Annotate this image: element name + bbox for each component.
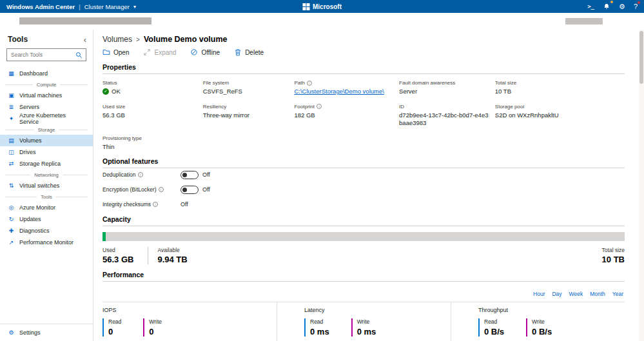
info-icon[interactable]: i — [159, 187, 164, 192]
app-title[interactable]: Windows Admin Center — [6, 3, 75, 10]
integrity-checksums-state: Off — [181, 201, 188, 208]
capacity-section: Capacity Used 56.3 GB Available 9.94 TB … — [102, 215, 625, 264]
sidebar-item-label: Azure Monitor — [19, 204, 55, 211]
capacity-used-bar — [102, 232, 106, 241]
encryption-row: Encryption (BitLocker)i Off — [102, 186, 625, 194]
info-icon[interactable]: i — [307, 81, 312, 86]
azure-monitor-icon: ◎ — [8, 204, 15, 211]
sidebar-item-dashboard[interactable]: ▦ Dashboard — [0, 68, 93, 79]
time-range-selector: Hour Day Week Month Year — [102, 287, 625, 302]
settings-gear-icon[interactable]: ⚙ — [619, 3, 625, 10]
perf-col-throughput: Throughput Read 0 B/s Write 0 B/s — [451, 302, 625, 341]
topbar-actions: >_ ⚙ ? — [587, 3, 638, 10]
updates-icon: ↻ — [8, 216, 15, 222]
deduplication-row: Deduplicationi Off — [102, 171, 625, 179]
encryption-toggle[interactable] — [181, 186, 199, 194]
powershell-console-icon[interactable]: >_ — [587, 4, 594, 10]
sidebar-item-azure-monitor[interactable]: ◎ Azure Monitor — [0, 202, 93, 213]
sidebar-item-volumes[interactable]: ▤ Volumes — [0, 135, 93, 146]
help-icon[interactable]: ? — [634, 3, 638, 10]
sidebar-item-performance-monitor[interactable]: ↗ Performance Monitor — [0, 237, 93, 248]
volume-toolbar: Open Expand Offline — [102, 46, 625, 58]
status-ok-icon: ✓ — [102, 88, 109, 95]
sidebar-item-label: Storage Replica — [19, 161, 61, 167]
tools-sidebar: Tools ‹ ▦ Dashboard Compute ▣ V — [0, 30, 93, 341]
range-day[interactable]: Day — [552, 291, 561, 297]
storage-replica-icon: ⇄ — [8, 161, 15, 167]
field-provisioning-type: Provisioning type Thin — [102, 135, 197, 151]
brand-text: Microsoft — [313, 3, 342, 10]
breadcrumb-separator: > — [136, 36, 140, 43]
sidebar-item-label: Virtual machines — [19, 92, 62, 99]
sidebar-section-compute: Compute — [0, 79, 93, 90]
drives-icon: ◫ — [8, 149, 15, 155]
scrollbar-thumb[interactable] — [639, 31, 643, 84]
sidebar-item-azure-kubernetes-service[interactable]: ✦ Azure Kubernetes Service — [0, 113, 93, 124]
sidebar-item-label: Dashboard — [19, 70, 48, 77]
sidebar-item-label: Drives — [19, 149, 36, 155]
sidebar-item-diagnostics[interactable]: ✚ Diagnostics — [0, 225, 93, 237]
throughput-read-metric: Read 0 B/s — [478, 318, 504, 336]
sidebar-item-virtual-machines[interactable]: ▣ Virtual machines — [0, 90, 93, 101]
module-title[interactable]: Cluster Manager — [84, 3, 130, 10]
status-value: OK — [112, 88, 121, 95]
capacity-title: Capacity — [102, 215, 625, 226]
diagnostics-icon: ✚ — [8, 228, 15, 234]
range-year[interactable]: Year — [612, 291, 623, 297]
help-badge — [638, 1, 640, 4]
encryption-state: Off — [202, 186, 210, 193]
vertical-scrollbar[interactable] — [639, 30, 644, 341]
info-icon[interactable]: i — [153, 202, 158, 207]
range-week[interactable]: Week — [569, 291, 583, 297]
capacity-legend: Used 56.3 GB Available 9.94 TB Total siz… — [102, 247, 625, 264]
info-icon[interactable]: i — [138, 172, 143, 177]
sidebar-item-storage-replica[interactable]: ⇄ Storage Replica — [0, 158, 93, 170]
servers-icon: ≣ — [8, 104, 15, 110]
range-month[interactable]: Month — [590, 291, 605, 297]
sidebar-item-updates[interactable]: ↻ Updates — [0, 213, 93, 225]
capacity-available: Available 9.94 TB — [148, 247, 187, 264]
delete-button[interactable]: Delete — [234, 46, 264, 58]
sidebar-item-virtual-switches[interactable]: ⇅ Virtual switches — [0, 180, 93, 191]
sidebar-header: Tools ‹ — [0, 32, 93, 48]
sidebar-item-drives[interactable]: ◫ Drives — [0, 146, 93, 158]
field-used-size: Used size 56.3 GB — [102, 104, 197, 127]
notifications-bell-icon[interactable] — [603, 3, 610, 10]
sidebar-item-label: Volumes — [19, 137, 42, 144]
perf-col-iops: IOPS Read 0 Write 0 — [102, 302, 277, 341]
redacted-block — [19, 17, 151, 24]
sidebar-item-settings[interactable]: ⚙ Settings — [0, 327, 93, 338]
performance-title: Performance — [102, 271, 625, 282]
range-hour[interactable]: Hour — [533, 291, 545, 297]
optional-features-section: Optional features Deduplicationi Off Enc… — [102, 157, 625, 209]
iops-read-metric: Read 0 — [102, 318, 121, 336]
collapse-sidebar-icon[interactable]: ‹ — [84, 35, 86, 44]
performance-monitor-icon: ↗ — [8, 239, 15, 246]
sidebar-section-tools: Tools — [0, 191, 93, 202]
chevron-down-icon[interactable]: ▾ — [133, 4, 136, 10]
sidebar-section-storage: Storage — [0, 124, 93, 135]
path-link[interactable]: C:\ClusterStorage\Demo volume\ — [294, 88, 384, 95]
deduplication-toggle[interactable] — [181, 171, 199, 179]
redacted-block — [565, 18, 603, 24]
offline-button[interactable]: Offline — [190, 46, 220, 58]
breadcrumb-volumes[interactable]: Volumes — [102, 35, 132, 44]
properties-grid: Status ✓ OK File system CSVFS_ReFS Pathi… — [102, 80, 625, 151]
sidebar-item-servers[interactable]: ≣ Servers — [0, 101, 93, 113]
kubernetes-icon: ✦ — [8, 115, 15, 122]
search-icon[interactable] — [75, 52, 83, 59]
search-tools-input[interactable] — [11, 52, 75, 58]
latency-read-metric: Read 0 ms — [304, 318, 329, 336]
performance-section: Performance Hour Day Week Month Year IOP… — [102, 271, 625, 341]
expand-button[interactable]: Expand — [143, 46, 176, 58]
offline-icon — [190, 48, 198, 56]
field-path: Pathi C:\ClusterStorage\Demo volume\ — [294, 80, 393, 95]
microsoft-brand: Microsoft — [302, 3, 342, 10]
settings-gear-icon: ⚙ — [8, 329, 15, 336]
perf-col-latency: Latency Read 0 ms Write 0 ms — [277, 302, 451, 341]
app-body: Tools ‹ ▦ Dashboard Compute ▣ V — [0, 30, 644, 341]
toggle-knob — [182, 173, 187, 177]
sidebar-item-label: Servers — [19, 104, 39, 110]
info-icon[interactable]: i — [317, 104, 322, 109]
open-button[interactable]: Open — [102, 46, 129, 58]
